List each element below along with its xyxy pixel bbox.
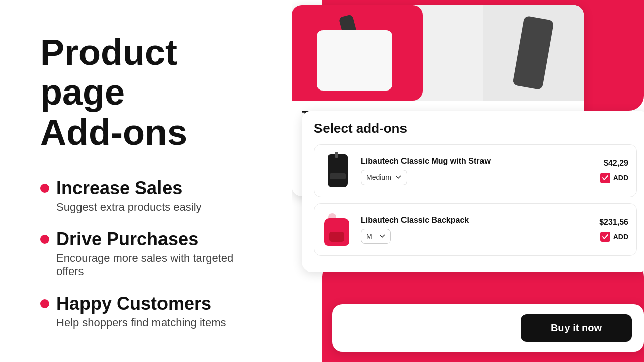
addon-price-backpack: $231,56 <box>599 218 628 227</box>
feature-title-1: Increase Sales <box>56 177 182 199</box>
addon-name-mug: Libautech Classic Mug with Straw <box>361 157 592 166</box>
main-title: Product page Add-ons <box>40 33 252 152</box>
mug-icon <box>328 154 348 187</box>
addon-name-backpack: Libautech Classic Backpack <box>361 216 591 225</box>
product-image-area <box>292 5 584 101</box>
addon-info-backpack: Libautech Classic Backpack M L XL <box>361 216 591 244</box>
title-line1: Product page <box>40 32 177 112</box>
bullet-icon-2 <box>40 235 49 244</box>
title-line2: Add-ons <box>40 112 187 152</box>
feature-title-3: Happy Customers <box>56 293 211 314</box>
feature-desc-2: Encourage more sales with targeted offer… <box>56 252 252 278</box>
mug-label-visual <box>330 173 346 179</box>
addon-image-mug <box>323 152 353 190</box>
add-checkbox-area-backpack[interactable]: ADD <box>600 232 628 242</box>
addon-size-select-mug[interactable]: Medium Large Small <box>361 170 407 185</box>
addon-info-mug: Libautech Classic Mug with Straw Medium … <box>361 157 592 185</box>
feature-header-3: Happy Customers <box>40 293 252 314</box>
addon-item-backpack: Libautech Classic Backpack M L XL $231,5… <box>314 203 637 256</box>
buy-now-area: Buy it now <box>332 304 644 352</box>
mug-straw <box>335 152 338 158</box>
feature-desc-1: Suggest extra products easily <box>56 201 252 214</box>
addon-price-mug: $42,29 <box>604 159 628 168</box>
feature-desc-3: Help shoppers find matching items <box>56 316 252 329</box>
addons-title: Select add-ons <box>314 121 637 136</box>
left-section: Product page Add-ons Increase Sales Sugg… <box>0 3 292 359</box>
backpack-icon <box>324 213 352 246</box>
bullet-icon-3 <box>40 299 49 308</box>
add-label-mug: ADD <box>613 174 628 182</box>
addon-item-mug: Libautech Classic Mug with Straw Medium … <box>314 144 637 197</box>
checkmark-icon-mug <box>602 175 608 181</box>
feature-drive-purchases: Drive Purchases Encourage more sales wit… <box>40 229 252 278</box>
add-checkbox-area-mug[interactable]: ADD <box>600 173 628 183</box>
feature-happy-customers: Happy Customers Help shoppers find match… <box>40 293 252 329</box>
tote-image-right <box>483 5 584 101</box>
addon-image-backpack <box>323 211 353 248</box>
tote-bag-visual <box>302 10 413 96</box>
addon-size-select-backpack[interactable]: M L XL <box>361 229 391 244</box>
checkmark-icon-backpack <box>602 234 608 240</box>
addon-price-add-backpack: $231,56 ADD <box>599 218 628 242</box>
feature-header-2: Drive Purchases <box>40 229 252 250</box>
buy-now-button[interactable]: Buy it now <box>521 314 632 342</box>
addon-price-add-mug: $42,29 ADD <box>600 159 628 183</box>
right-section: Tote Bag $289.89 Color Snow White Aqua b… <box>292 0 644 362</box>
add-checkbox-backpack[interactable] <box>600 232 610 242</box>
bullet-icon-1 <box>40 184 49 193</box>
add-checkbox-mug[interactable] <box>600 173 610 183</box>
bp-pocket <box>329 232 344 242</box>
add-label-backpack: ADD <box>613 233 628 241</box>
feature-title-2: Drive Purchases <box>56 229 198 250</box>
addons-panel: Select add-ons Libautech Classic Mug wit… <box>302 111 644 272</box>
bag-body <box>317 30 392 90</box>
strap-close <box>512 16 554 90</box>
tote-image-left <box>292 5 423 101</box>
feature-header-1: Increase Sales <box>40 177 252 199</box>
feature-list: Increase Sales Suggest extra products ea… <box>40 177 252 329</box>
feature-increase-sales: Increase Sales Suggest extra products ea… <box>40 177 252 214</box>
